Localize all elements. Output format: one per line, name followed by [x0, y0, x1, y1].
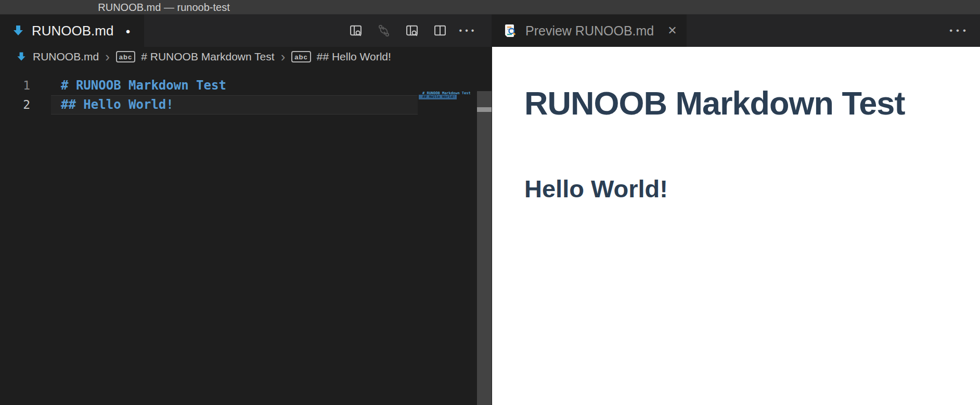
editor-tab-bar: RUNOOB.md ● — [0, 15, 492, 47]
preview-tab-bar: Preview RUNOOB.md ✕ ••• — [492, 15, 980, 47]
markdown-file-icon — [16, 51, 27, 62]
tab-preview-runoob-md[interactable]: Preview RUNOOB.md ✕ — [492, 15, 687, 47]
symbol-string-icon: abc — [116, 51, 135, 62]
more-actions-icon[interactable]: ••• — [949, 15, 970, 47]
line-number: 2 — [0, 95, 30, 115]
open-preview-icon[interactable] — [404, 23, 420, 39]
scrollbar-thumb[interactable] — [477, 107, 492, 112]
editor-group-right: Preview RUNOOB.md ✕ ••• RUNOOB Markdown … — [492, 15, 980, 405]
markdown-preview-icon — [502, 23, 518, 39]
more-actions-icon[interactable]: ••• — [460, 23, 476, 39]
preview-heading-2: Hello World! — [524, 174, 980, 203]
preview-heading-1: RUNOOB Markdown Test — [524, 84, 980, 122]
tab-label: Preview RUNOOB.md — [525, 23, 654, 39]
editor-actions: ••• — [348, 15, 492, 47]
markdown-preview-content: RUNOOB Markdown Test Hello World! — [492, 47, 980, 405]
symbol-string-icon: abc — [291, 51, 311, 62]
split-editor-icon[interactable] — [432, 23, 448, 39]
vscode-window: RUNOOB.md — runoob-test RUNOOB.md ● — [0, 0, 980, 405]
modified-dot-icon[interactable]: ● — [125, 27, 130, 35]
chevron-right-icon: › — [280, 52, 286, 62]
chevron-right-icon: › — [105, 52, 110, 62]
markdown-file-icon — [11, 24, 25, 37]
line-number: 1 — [0, 76, 30, 95]
breadcrumb: RUNOOB.md › abc # RUNOOB Markdown Test ›… — [0, 47, 492, 67]
breadcrumb-file[interactable]: RUNOOB.md — [33, 50, 99, 63]
tab-runoob-md[interactable]: RUNOOB.md ● — [0, 15, 144, 47]
code-line-2[interactable]: 2 ## Hello World! — [0, 95, 492, 115]
editor-scrollbar[interactable] — [477, 91, 492, 405]
breadcrumb-heading1[interactable]: # RUNOOB Markdown Test — [141, 50, 274, 63]
open-changes-icon — [376, 23, 392, 39]
minimap[interactable]: # RUNOOB Markdown Test ## Hello World! — [419, 76, 477, 107]
open-preview-side-icon[interactable] — [348, 23, 364, 39]
breadcrumb-heading2[interactable]: ## Hello World! — [317, 50, 391, 63]
editor-group-left: RUNOOB.md ● — [0, 15, 492, 405]
code-editor[interactable]: 1 # RUNOOB Markdown Test 2 ## Hello Worl… — [0, 67, 492, 405]
title-bar: RUNOOB.md — runoob-test — [0, 0, 980, 15]
tab-label: RUNOOB.md — [32, 23, 113, 39]
code-line-1[interactable]: 1 # RUNOOB Markdown Test — [0, 76, 492, 95]
window-title: RUNOOB.md — runoob-test — [0, 0, 328, 15]
close-icon[interactable]: ✕ — [667, 24, 677, 37]
minimap-current-line: ## Hello World! — [419, 95, 457, 99]
